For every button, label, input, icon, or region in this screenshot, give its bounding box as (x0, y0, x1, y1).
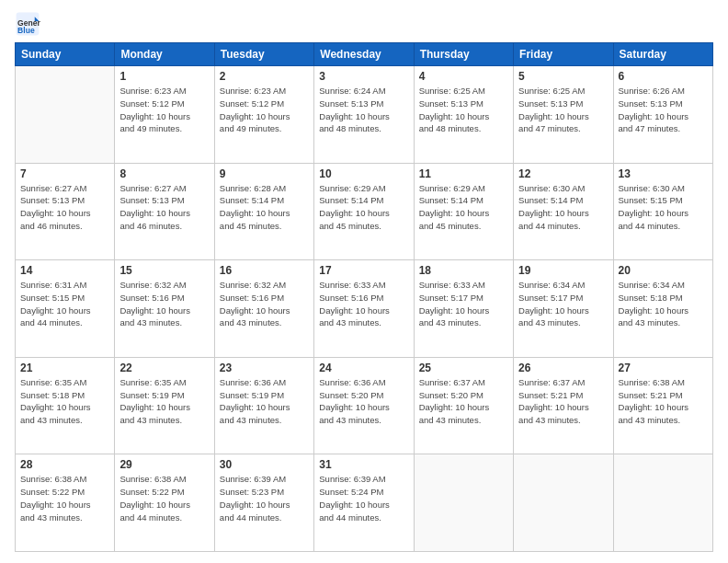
calendar-cell: 15Sunrise: 6:32 AM Sunset: 5:16 PM Dayli… (115, 260, 214, 358)
day-number: 4 (419, 70, 508, 83)
calendar-cell: 26Sunrise: 6:37 AM Sunset: 5:21 PM Dayli… (514, 357, 613, 454)
day-number: 8 (119, 167, 209, 180)
svg-text:Blue: Blue (17, 26, 35, 35)
calendar-cell (514, 454, 613, 552)
day-info: Sunrise: 6:38 AM Sunset: 5:22 PM Dayligh… (20, 473, 109, 523)
day-number: 26 (518, 362, 608, 374)
day-info: Sunrise: 6:34 AM Sunset: 5:17 PM Dayligh… (518, 279, 608, 329)
col-header-tuesday: Tuesday (214, 43, 313, 66)
calendar-cell: 23Sunrise: 6:36 AM Sunset: 5:19 PM Dayli… (214, 357, 313, 454)
day-number: 28 (20, 458, 109, 471)
day-info: Sunrise: 6:27 AM Sunset: 5:13 PM Dayligh… (119, 182, 209, 233)
calendar-cell: 14Sunrise: 6:31 AM Sunset: 5:15 PM Dayli… (16, 260, 115, 358)
day-info: Sunrise: 6:24 AM Sunset: 5:13 PM Dayligh… (319, 85, 408, 135)
col-header-sunday: Sunday (16, 43, 115, 66)
day-info: Sunrise: 6:34 AM Sunset: 5:18 PM Dayligh… (619, 279, 708, 329)
day-number: 15 (119, 264, 209, 277)
logo-icon: General Blue (15, 11, 40, 37)
calendar-cell: 19Sunrise: 6:34 AM Sunset: 5:17 PM Dayli… (514, 260, 613, 358)
calendar-cell: 3Sunrise: 6:24 AM Sunset: 5:13 PM Daylig… (314, 66, 414, 164)
day-info: Sunrise: 6:38 AM Sunset: 5:22 PM Dayligh… (119, 473, 209, 523)
calendar-cell: 27Sunrise: 6:38 AM Sunset: 5:21 PM Dayli… (613, 357, 712, 454)
day-number: 27 (619, 362, 708, 374)
calendar-week-3: 21Sunrise: 6:35 AM Sunset: 5:18 PM Dayli… (16, 357, 713, 454)
day-number: 3 (319, 70, 408, 83)
col-header-monday: Monday (115, 43, 214, 66)
col-header-wednesday: Wednesday (314, 43, 414, 66)
calendar-cell: 18Sunrise: 6:33 AM Sunset: 5:17 PM Dayli… (414, 260, 513, 358)
day-info: Sunrise: 6:32 AM Sunset: 5:16 PM Dayligh… (220, 279, 309, 329)
day-number: 16 (220, 264, 309, 277)
calendar-cell: 22Sunrise: 6:35 AM Sunset: 5:19 PM Dayli… (115, 357, 214, 454)
calendar-cell: 5Sunrise: 6:25 AM Sunset: 5:13 PM Daylig… (514, 66, 613, 164)
calendar-cell: 4Sunrise: 6:25 AM Sunset: 5:13 PM Daylig… (414, 66, 513, 164)
day-info: Sunrise: 6:23 AM Sunset: 5:12 PM Dayligh… (220, 85, 309, 135)
calendar-cell: 10Sunrise: 6:29 AM Sunset: 5:14 PM Dayli… (314, 163, 414, 260)
day-info: Sunrise: 6:29 AM Sunset: 5:14 PM Dayligh… (419, 182, 508, 233)
calendar-cell: 7Sunrise: 6:27 AM Sunset: 5:13 PM Daylig… (16, 163, 115, 260)
calendar-week-2: 14Sunrise: 6:31 AM Sunset: 5:15 PM Dayli… (16, 260, 713, 358)
day-number: 2 (220, 70, 309, 83)
header: General Blue (15, 11, 713, 37)
page: General Blue SundayMondayTuesdayWednesda… (0, 0, 728, 563)
day-number: 29 (119, 458, 209, 471)
calendar-cell: 28Sunrise: 6:38 AM Sunset: 5:22 PM Dayli… (16, 454, 115, 552)
calendar-cell: 21Sunrise: 6:35 AM Sunset: 5:18 PM Dayli… (16, 357, 115, 454)
calendar-cell: 8Sunrise: 6:27 AM Sunset: 5:13 PM Daylig… (115, 163, 214, 260)
day-number: 30 (220, 458, 309, 471)
calendar-cell: 31Sunrise: 6:39 AM Sunset: 5:24 PM Dayli… (314, 454, 414, 552)
day-number: 24 (319, 362, 408, 374)
day-info: Sunrise: 6:25 AM Sunset: 5:13 PM Dayligh… (518, 85, 608, 135)
day-number: 23 (220, 362, 309, 374)
day-info: Sunrise: 6:30 AM Sunset: 5:14 PM Dayligh… (518, 182, 608, 233)
day-info: Sunrise: 6:35 AM Sunset: 5:18 PM Dayligh… (20, 376, 109, 427)
day-number: 22 (119, 362, 209, 374)
calendar-cell: 24Sunrise: 6:36 AM Sunset: 5:20 PM Dayli… (314, 357, 414, 454)
col-header-thursday: Thursday (414, 43, 513, 66)
day-info: Sunrise: 6:25 AM Sunset: 5:13 PM Dayligh… (419, 85, 508, 135)
col-header-friday: Friday (514, 43, 613, 66)
calendar-week-1: 7Sunrise: 6:27 AM Sunset: 5:13 PM Daylig… (16, 163, 713, 260)
day-number: 20 (619, 264, 708, 277)
calendar-cell: 1Sunrise: 6:23 AM Sunset: 5:12 PM Daylig… (115, 66, 214, 164)
calendar-cell: 20Sunrise: 6:34 AM Sunset: 5:18 PM Dayli… (613, 260, 712, 358)
calendar-cell (16, 66, 115, 164)
calendar-week-4: 28Sunrise: 6:38 AM Sunset: 5:22 PM Dayli… (16, 454, 713, 552)
day-number: 31 (319, 458, 408, 471)
calendar-table: SundayMondayTuesdayWednesdayThursdayFrid… (15, 42, 713, 552)
calendar-cell: 13Sunrise: 6:30 AM Sunset: 5:15 PM Dayli… (613, 163, 712, 260)
day-info: Sunrise: 6:36 AM Sunset: 5:19 PM Dayligh… (220, 376, 309, 427)
day-info: Sunrise: 6:39 AM Sunset: 5:23 PM Dayligh… (220, 473, 309, 523)
day-info: Sunrise: 6:33 AM Sunset: 5:17 PM Dayligh… (419, 279, 508, 329)
day-number: 25 (419, 362, 508, 374)
day-number: 7 (20, 167, 109, 180)
day-number: 19 (518, 264, 608, 277)
day-number: 12 (518, 167, 608, 180)
calendar-cell: 2Sunrise: 6:23 AM Sunset: 5:12 PM Daylig… (214, 66, 313, 164)
logo: General Blue (15, 11, 44, 37)
day-info: Sunrise: 6:26 AM Sunset: 5:13 PM Dayligh… (619, 85, 708, 135)
calendar-cell: 12Sunrise: 6:30 AM Sunset: 5:14 PM Dayli… (514, 163, 613, 260)
calendar-cell (613, 454, 712, 552)
day-info: Sunrise: 6:37 AM Sunset: 5:20 PM Dayligh… (419, 376, 508, 427)
day-number: 18 (419, 264, 508, 277)
calendar-cell: 25Sunrise: 6:37 AM Sunset: 5:20 PM Dayli… (414, 357, 513, 454)
day-info: Sunrise: 6:27 AM Sunset: 5:13 PM Dayligh… (20, 182, 109, 233)
day-number: 17 (319, 264, 408, 277)
calendar-header-row: SundayMondayTuesdayWednesdayThursdayFrid… (16, 43, 713, 66)
calendar-cell: 6Sunrise: 6:26 AM Sunset: 5:13 PM Daylig… (613, 66, 712, 164)
day-info: Sunrise: 6:33 AM Sunset: 5:16 PM Dayligh… (319, 279, 408, 329)
calendar-cell: 29Sunrise: 6:38 AM Sunset: 5:22 PM Dayli… (115, 454, 214, 552)
day-number: 13 (619, 167, 708, 180)
day-number: 5 (518, 70, 608, 83)
day-info: Sunrise: 6:23 AM Sunset: 5:12 PM Dayligh… (119, 85, 209, 135)
calendar-cell: 17Sunrise: 6:33 AM Sunset: 5:16 PM Dayli… (314, 260, 414, 358)
calendar-cell: 11Sunrise: 6:29 AM Sunset: 5:14 PM Dayli… (414, 163, 513, 260)
calendar-cell: 30Sunrise: 6:39 AM Sunset: 5:23 PM Dayli… (214, 454, 313, 552)
day-number: 11 (419, 167, 508, 180)
day-info: Sunrise: 6:37 AM Sunset: 5:21 PM Dayligh… (518, 376, 608, 427)
calendar-cell: 16Sunrise: 6:32 AM Sunset: 5:16 PM Dayli… (214, 260, 313, 358)
day-info: Sunrise: 6:31 AM Sunset: 5:15 PM Dayligh… (20, 279, 109, 329)
day-number: 1 (119, 70, 209, 83)
day-number: 14 (20, 264, 109, 277)
